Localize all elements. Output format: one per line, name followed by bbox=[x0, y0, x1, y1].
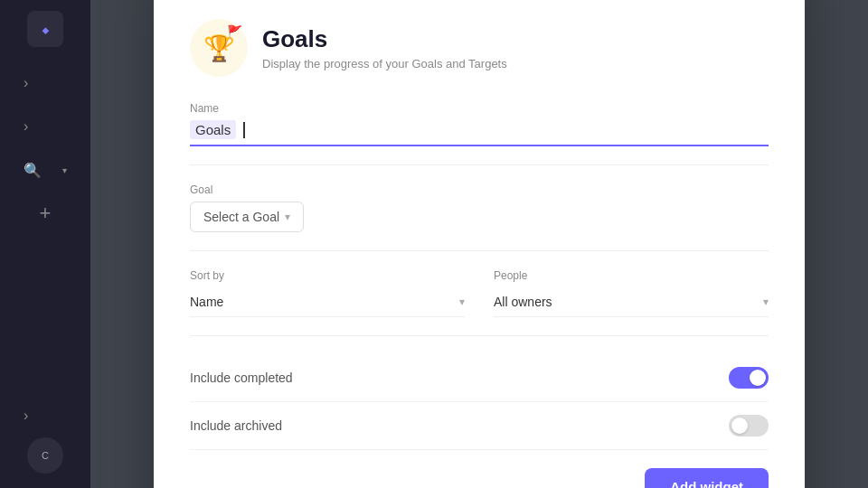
logo-icon: ⬥ bbox=[41, 20, 51, 39]
modal-dialog: × ‹ Back 🏆 🚩 Goals Display the progress … bbox=[154, 0, 805, 488]
people-dropdown[interactable]: All owners ▾ bbox=[494, 287, 769, 317]
toggle-thumb bbox=[731, 418, 748, 434]
name-value[interactable]: Goals bbox=[190, 120, 236, 139]
name-field-row: Goals bbox=[190, 120, 769, 146]
search-icon: 🔍 bbox=[24, 162, 42, 179]
sidebar-item-1[interactable]: › bbox=[18, 65, 72, 101]
include-completed-label: Include completed bbox=[190, 371, 293, 385]
avatar-icon: C bbox=[42, 450, 49, 461]
people-value: All owners bbox=[494, 295, 552, 309]
chevron-down-icon: ▾ bbox=[285, 211, 290, 223]
modal-title-group: Goals Display the progress of your Goals… bbox=[262, 25, 507, 70]
chevron-down-icon: ▾ bbox=[62, 165, 67, 175]
name-section: Name Goals bbox=[190, 102, 769, 165]
plus-icon: + bbox=[40, 202, 52, 225]
goal-section: Goal Select a Goal ▾ bbox=[190, 183, 769, 251]
text-cursor bbox=[243, 122, 245, 138]
toggle-thumb bbox=[750, 370, 766, 386]
people-label: People bbox=[494, 269, 769, 282]
include-archived-toggle[interactable] bbox=[729, 415, 769, 436]
name-label: Name bbox=[190, 102, 769, 115]
modal-title: Goals bbox=[262, 25, 507, 53]
sort-label: Sort by bbox=[190, 269, 465, 282]
sidebar-item-circle[interactable]: C bbox=[27, 437, 63, 474]
modal-header: 🏆 🚩 Goals Display the progress of your G… bbox=[190, 19, 769, 77]
sidebar-add-button[interactable]: + bbox=[27, 195, 63, 231]
add-widget-button[interactable]: Add widget bbox=[645, 468, 769, 488]
main-area: × ‹ Back 🏆 🚩 Goals Display the progress … bbox=[90, 0, 868, 488]
goals-icon-badge: 🏆 🚩 bbox=[190, 19, 248, 77]
people-group: People All owners ▾ bbox=[494, 269, 769, 317]
sort-by-group: Sort by Name ▾ bbox=[190, 269, 465, 317]
select-goal-label: Select a Goal bbox=[203, 210, 279, 224]
flag-icon: 🚩 bbox=[227, 24, 242, 39]
sidebar-item-2[interactable]: › bbox=[18, 108, 72, 145]
sort-value: Name bbox=[190, 295, 223, 309]
close-button[interactable]: × bbox=[758, 0, 787, 1]
chevron-right-icon: › bbox=[24, 75, 28, 91]
chevron-right-icon: › bbox=[24, 118, 28, 135]
goal-label: Goal bbox=[190, 183, 769, 196]
sort-people-section: Sort by Name ▾ People All owners ▾ bbox=[190, 269, 769, 336]
include-archived-row: Include archived bbox=[190, 402, 769, 450]
sort-chevron-icon: ▾ bbox=[459, 296, 465, 308]
chevron-right-icon: › bbox=[24, 408, 28, 424]
sidebar-item-bottom[interactable]: › bbox=[18, 398, 72, 434]
modal-footer: Add widget bbox=[190, 468, 769, 488]
include-archived-label: Include archived bbox=[190, 418, 282, 433]
people-chevron-icon: ▾ bbox=[763, 296, 769, 308]
sidebar-search[interactable]: 🔍 ▾ bbox=[18, 152, 72, 188]
include-completed-toggle[interactable] bbox=[729, 367, 769, 389]
select-goal-button[interactable]: Select a Goal ▾ bbox=[190, 202, 304, 232]
sidebar: ⬥ › › 🔍 ▾ + › C bbox=[0, 0, 90, 488]
modal-subtitle: Display the progress of your Goals and T… bbox=[262, 57, 507, 70]
sort-dropdown[interactable]: Name ▾ bbox=[190, 287, 465, 317]
sidebar-logo[interactable]: ⬥ bbox=[27, 11, 63, 47]
include-completed-row: Include completed bbox=[190, 354, 769, 402]
